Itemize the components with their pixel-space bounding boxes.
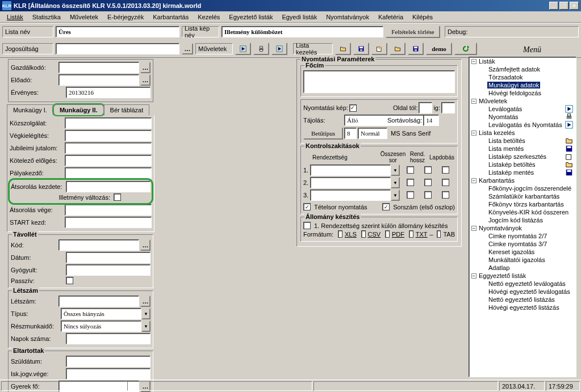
open-button[interactable]	[335, 43, 351, 55]
tree-item[interactable]: Listakép szerkesztés	[469, 153, 576, 161]
napok-input[interactable]	[66, 333, 151, 344]
k1-combo-btn[interactable]: ▼	[391, 165, 400, 176]
menu-muveletek[interactable]: Műveletek	[65, 12, 103, 22]
tree-item[interactable]: Munkáltatói igazolás	[469, 256, 576, 264]
menu-egyedi[interactable]: Egyedi listák	[277, 12, 321, 22]
kod-input[interactable]	[58, 239, 139, 251]
rend-szerint-cb[interactable]	[303, 222, 311, 229]
sortav-input[interactable]	[423, 115, 439, 126]
k3-combo-btn[interactable]: ▼	[391, 189, 400, 201]
tree-item[interactable]: Lista mentés	[469, 145, 576, 153]
tetelsor-cb[interactable]: ✓	[303, 203, 311, 210]
tree-item[interactable]: Jogcím kód listázás	[469, 216, 576, 224]
tree-item[interactable]: Főkönyv törzs karbantartás	[469, 200, 576, 208]
menu-eberjegyzek[interactable]: E-bérjegyzék	[103, 12, 148, 22]
k3-ossz-cb[interactable]	[407, 191, 414, 199]
k2-lap-cb[interactable]	[442, 179, 449, 186]
k3-combo[interactable]	[310, 189, 391, 201]
ig-input[interactable]	[441, 102, 455, 113]
betusize-input[interactable]	[344, 128, 357, 139]
k2-rend-cb[interactable]	[424, 179, 432, 186]
tab-cb[interactable]	[437, 230, 441, 238]
tree-item[interactable]: Törzsadatok	[469, 73, 576, 81]
maximize-button[interactable]: □	[559, 2, 569, 10]
menu-statisztika[interactable]: Statisztika	[28, 12, 65, 22]
tree-root[interactable]: −Nyomtatványok	[469, 224, 576, 232]
tree-item[interactable]: Leválogatás	[469, 105, 576, 113]
lista-kepnev-input[interactable]	[221, 26, 383, 37]
k2-ossz-cb[interactable]	[407, 179, 414, 186]
k3-rend-cb[interactable]	[424, 191, 432, 199]
menu-kilepes[interactable]: Kilépés	[408, 12, 437, 22]
sorszam-cb[interactable]: ✓	[382, 203, 390, 210]
gyogyult-input[interactable]	[66, 264, 151, 276]
nyomtkep-checkbox[interactable]: ✓	[349, 104, 357, 112]
k2-combo-btn[interactable]: ▼	[391, 177, 400, 188]
start-kezd-input[interactable]	[65, 217, 152, 228]
close-button[interactable]: ×	[570, 2, 579, 10]
jogosultsag-input[interactable]	[56, 43, 179, 54]
k1-lap-cb[interactable]	[442, 166, 449, 174]
playprint-button[interactable]	[271, 43, 287, 55]
tab-munkaugy1[interactable]: Munkaügy I.	[7, 104, 53, 115]
betutipus-button[interactable]: Betűtípus	[303, 127, 343, 140]
tree-item[interactable]: Nettó egyeztető leválogatás	[469, 280, 576, 288]
szuldatum-input[interactable]	[66, 356, 151, 367]
passziv-checkbox[interactable]	[66, 277, 73, 284]
tree-toggle-icon[interactable]: −	[471, 99, 476, 104]
kotelezo-input[interactable]	[65, 155, 152, 166]
kozszolgalat-input[interactable]	[65, 117, 152, 129]
k1-ossz-cb[interactable]	[407, 166, 414, 174]
letszam-input[interactable]	[58, 296, 139, 307]
menu-kezeles[interactable]: Kezelés	[193, 12, 224, 22]
reszmunkaido-combo-btn[interactable]: ▼	[141, 321, 151, 332]
tree-toggle-icon[interactable]: −	[471, 273, 476, 279]
eloado-input[interactable]	[58, 74, 139, 86]
menu-kafeteria[interactable]: Kafetéria	[374, 12, 408, 22]
k2-combo[interactable]	[310, 177, 391, 188]
tree-toggle-icon[interactable]: −	[471, 59, 476, 64]
edit-button[interactable]	[371, 43, 387, 55]
atsorolas-kezdete-input[interactable]	[66, 181, 151, 192]
eloado-picker[interactable]: …	[140, 74, 151, 86]
tab-munkaugy2[interactable]: Munkaügy II.	[53, 104, 104, 115]
feltetelek-torlese-button[interactable]: Feltételek törlése	[386, 26, 440, 38]
tree-item[interactable]: Nettó egyeztető listázás	[469, 296, 576, 304]
tipus-combo[interactable]	[61, 308, 141, 319]
demo-button[interactable]: demo	[426, 43, 452, 55]
illetmeny-valtozas-checkbox[interactable]	[114, 193, 121, 201]
pdf-cb[interactable]	[385, 230, 390, 238]
open2-button[interactable]	[390, 43, 406, 55]
print-button[interactable]	[253, 43, 269, 55]
reszmunkaido-combo[interactable]	[61, 321, 141, 332]
tree-item[interactable]: Számlatükör karbantartás	[469, 192, 576, 200]
menu-karbantartas[interactable]: Karbantartás	[148, 12, 193, 22]
datum-input[interactable]	[66, 252, 151, 263]
tree-root[interactable]: −Lista kezelés	[469, 129, 576, 137]
tree-toggle-icon[interactable]: −	[471, 226, 476, 231]
tab-bertablazat[interactable]: Bér táblázat	[104, 104, 150, 115]
ervenyes-input[interactable]	[66, 87, 151, 98]
gazdalkodo-input[interactable]	[58, 62, 139, 73]
tree-item[interactable]: Nyomtatás	[469, 113, 576, 121]
tree-item[interactable]: Hóvégi egyeztető leválogatás	[469, 288, 576, 296]
tipus-combo-btn[interactable]: ▼	[141, 308, 151, 319]
gazdalkodo-picker[interactable]: …	[140, 62, 151, 73]
tree-item[interactable]: Főkönyv-jogcím összerendelé	[469, 184, 576, 192]
oldaltol-input[interactable]	[419, 102, 432, 113]
palyakezdo-input[interactable]	[65, 167, 152, 179]
tree-root[interactable]: −Karbantartás	[469, 176, 576, 184]
vegkielegites-input[interactable]	[65, 130, 152, 141]
atsorolas-vege-input[interactable]	[65, 204, 152, 216]
xls-cb[interactable]	[338, 230, 342, 238]
menu-egyezteto[interactable]: Egyeztető listák	[224, 12, 277, 22]
play-button[interactable]	[235, 43, 251, 55]
tree-root[interactable]: −Műveletek	[469, 97, 576, 105]
jubileumi-input[interactable]	[65, 142, 152, 154]
jogosultsag-picker-button[interactable]: …	[182, 43, 193, 54]
csv-cb[interactable]	[361, 230, 366, 238]
save2-button[interactable]	[408, 43, 424, 55]
k3-lap-cb[interactable]	[442, 191, 449, 199]
tree-item[interactable]: Számfejtett adatok	[469, 65, 576, 73]
k1-combo[interactable]	[310, 165, 391, 176]
